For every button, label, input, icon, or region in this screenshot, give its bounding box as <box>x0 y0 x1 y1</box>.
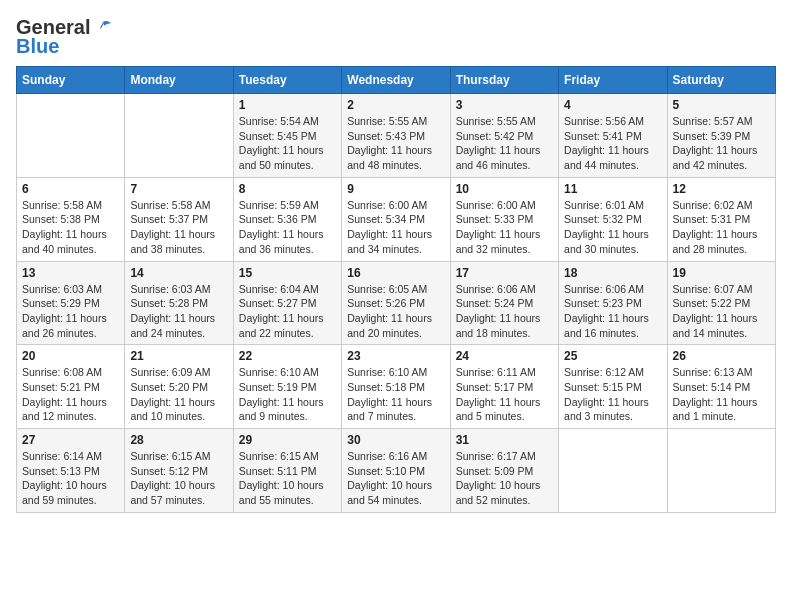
day-number: 19 <box>673 266 770 280</box>
day-number: 16 <box>347 266 444 280</box>
day-info: Sunrise: 6:15 AMSunset: 5:12 PMDaylight:… <box>130 449 227 508</box>
day-number: 21 <box>130 349 227 363</box>
day-number: 23 <box>347 349 444 363</box>
calendar-cell <box>559 429 667 513</box>
calendar-cell: 7 Sunrise: 5:58 AMSunset: 5:37 PMDayligh… <box>125 177 233 261</box>
weekday-header-friday: Friday <box>559 67 667 94</box>
day-info: Sunrise: 6:00 AMSunset: 5:34 PMDaylight:… <box>347 198 444 257</box>
day-number: 18 <box>564 266 661 280</box>
day-info: Sunrise: 5:58 AMSunset: 5:37 PMDaylight:… <box>130 198 227 257</box>
calendar-cell: 13 Sunrise: 6:03 AMSunset: 5:29 PMDaylig… <box>17 261 125 345</box>
calendar-cell: 1 Sunrise: 5:54 AMSunset: 5:45 PMDayligh… <box>233 94 341 178</box>
calendar-cell: 12 Sunrise: 6:02 AMSunset: 5:31 PMDaylig… <box>667 177 775 261</box>
calendar-cell: 22 Sunrise: 6:10 AMSunset: 5:19 PMDaylig… <box>233 345 341 429</box>
calendar-cell: 29 Sunrise: 6:15 AMSunset: 5:11 PMDaylig… <box>233 429 341 513</box>
day-info: Sunrise: 6:02 AMSunset: 5:31 PMDaylight:… <box>673 198 770 257</box>
day-info: Sunrise: 6:10 AMSunset: 5:19 PMDaylight:… <box>239 365 336 424</box>
calendar-cell <box>125 94 233 178</box>
day-info: Sunrise: 6:03 AMSunset: 5:28 PMDaylight:… <box>130 282 227 341</box>
day-number: 20 <box>22 349 119 363</box>
day-number: 3 <box>456 98 553 112</box>
calendar-cell: 21 Sunrise: 6:09 AMSunset: 5:20 PMDaylig… <box>125 345 233 429</box>
day-number: 22 <box>239 349 336 363</box>
day-number: 28 <box>130 433 227 447</box>
day-info: Sunrise: 5:54 AMSunset: 5:45 PMDaylight:… <box>239 114 336 173</box>
day-info: Sunrise: 6:00 AMSunset: 5:33 PMDaylight:… <box>456 198 553 257</box>
calendar-cell: 20 Sunrise: 6:08 AMSunset: 5:21 PMDaylig… <box>17 345 125 429</box>
day-info: Sunrise: 6:01 AMSunset: 5:32 PMDaylight:… <box>564 198 661 257</box>
day-info: Sunrise: 6:06 AMSunset: 5:23 PMDaylight:… <box>564 282 661 341</box>
calendar-cell: 23 Sunrise: 6:10 AMSunset: 5:18 PMDaylig… <box>342 345 450 429</box>
calendar-cell: 2 Sunrise: 5:55 AMSunset: 5:43 PMDayligh… <box>342 94 450 178</box>
day-info: Sunrise: 6:17 AMSunset: 5:09 PMDaylight:… <box>456 449 553 508</box>
calendar-cell: 27 Sunrise: 6:14 AMSunset: 5:13 PMDaylig… <box>17 429 125 513</box>
calendar-cell: 5 Sunrise: 5:57 AMSunset: 5:39 PMDayligh… <box>667 94 775 178</box>
calendar-cell <box>17 94 125 178</box>
day-number: 11 <box>564 182 661 196</box>
day-number: 12 <box>673 182 770 196</box>
day-number: 1 <box>239 98 336 112</box>
day-info: Sunrise: 6:11 AMSunset: 5:17 PMDaylight:… <box>456 365 553 424</box>
calendar-cell: 10 Sunrise: 6:00 AMSunset: 5:33 PMDaylig… <box>450 177 558 261</box>
calendar-cell <box>667 429 775 513</box>
calendar-cell: 6 Sunrise: 5:58 AMSunset: 5:38 PMDayligh… <box>17 177 125 261</box>
day-number: 13 <box>22 266 119 280</box>
day-info: Sunrise: 5:58 AMSunset: 5:38 PMDaylight:… <box>22 198 119 257</box>
day-number: 6 <box>22 182 119 196</box>
day-number: 15 <box>239 266 336 280</box>
logo-bird-icon <box>94 19 112 37</box>
weekday-header-thursday: Thursday <box>450 67 558 94</box>
weekday-header-tuesday: Tuesday <box>233 67 341 94</box>
day-number: 7 <box>130 182 227 196</box>
calendar-cell: 8 Sunrise: 5:59 AMSunset: 5:36 PMDayligh… <box>233 177 341 261</box>
calendar-cell: 30 Sunrise: 6:16 AMSunset: 5:10 PMDaylig… <box>342 429 450 513</box>
day-info: Sunrise: 6:09 AMSunset: 5:20 PMDaylight:… <box>130 365 227 424</box>
calendar-cell: 28 Sunrise: 6:15 AMSunset: 5:12 PMDaylig… <box>125 429 233 513</box>
day-number: 17 <box>456 266 553 280</box>
day-info: Sunrise: 5:56 AMSunset: 5:41 PMDaylight:… <box>564 114 661 173</box>
day-number: 5 <box>673 98 770 112</box>
calendar-cell: 25 Sunrise: 6:12 AMSunset: 5:15 PMDaylig… <box>559 345 667 429</box>
calendar-cell: 18 Sunrise: 6:06 AMSunset: 5:23 PMDaylig… <box>559 261 667 345</box>
day-info: Sunrise: 6:06 AMSunset: 5:24 PMDaylight:… <box>456 282 553 341</box>
day-number: 30 <box>347 433 444 447</box>
calendar-cell: 14 Sunrise: 6:03 AMSunset: 5:28 PMDaylig… <box>125 261 233 345</box>
weekday-header-sunday: Sunday <box>17 67 125 94</box>
day-info: Sunrise: 6:16 AMSunset: 5:10 PMDaylight:… <box>347 449 444 508</box>
calendar-cell: 16 Sunrise: 6:05 AMSunset: 5:26 PMDaylig… <box>342 261 450 345</box>
day-info: Sunrise: 6:08 AMSunset: 5:21 PMDaylight:… <box>22 365 119 424</box>
day-info: Sunrise: 6:07 AMSunset: 5:22 PMDaylight:… <box>673 282 770 341</box>
calendar-cell: 15 Sunrise: 6:04 AMSunset: 5:27 PMDaylig… <box>233 261 341 345</box>
calendar-cell: 26 Sunrise: 6:13 AMSunset: 5:14 PMDaylig… <box>667 345 775 429</box>
calendar-cell: 24 Sunrise: 6:11 AMSunset: 5:17 PMDaylig… <box>450 345 558 429</box>
day-number: 26 <box>673 349 770 363</box>
day-info: Sunrise: 6:04 AMSunset: 5:27 PMDaylight:… <box>239 282 336 341</box>
day-number: 27 <box>22 433 119 447</box>
day-info: Sunrise: 5:55 AMSunset: 5:42 PMDaylight:… <box>456 114 553 173</box>
calendar-cell: 11 Sunrise: 6:01 AMSunset: 5:32 PMDaylig… <box>559 177 667 261</box>
day-info: Sunrise: 6:10 AMSunset: 5:18 PMDaylight:… <box>347 365 444 424</box>
day-number: 14 <box>130 266 227 280</box>
weekday-header-wednesday: Wednesday <box>342 67 450 94</box>
day-number: 9 <box>347 182 444 196</box>
day-number: 29 <box>239 433 336 447</box>
day-info: Sunrise: 6:14 AMSunset: 5:13 PMDaylight:… <box>22 449 119 508</box>
day-number: 10 <box>456 182 553 196</box>
page-header: General Blue <box>16 16 776 58</box>
calendar-cell: 19 Sunrise: 6:07 AMSunset: 5:22 PMDaylig… <box>667 261 775 345</box>
day-info: Sunrise: 5:57 AMSunset: 5:39 PMDaylight:… <box>673 114 770 173</box>
weekday-header-saturday: Saturday <box>667 67 775 94</box>
calendar-cell: 9 Sunrise: 6:00 AMSunset: 5:34 PMDayligh… <box>342 177 450 261</box>
day-info: Sunrise: 6:05 AMSunset: 5:26 PMDaylight:… <box>347 282 444 341</box>
calendar-cell: 31 Sunrise: 6:17 AMSunset: 5:09 PMDaylig… <box>450 429 558 513</box>
weekday-header-monday: Monday <box>125 67 233 94</box>
day-info: Sunrise: 6:12 AMSunset: 5:15 PMDaylight:… <box>564 365 661 424</box>
day-number: 4 <box>564 98 661 112</box>
day-info: Sunrise: 6:13 AMSunset: 5:14 PMDaylight:… <box>673 365 770 424</box>
day-number: 25 <box>564 349 661 363</box>
day-info: Sunrise: 6:03 AMSunset: 5:29 PMDaylight:… <box>22 282 119 341</box>
day-info: Sunrise: 5:55 AMSunset: 5:43 PMDaylight:… <box>347 114 444 173</box>
day-info: Sunrise: 5:59 AMSunset: 5:36 PMDaylight:… <box>239 198 336 257</box>
logo: General Blue <box>16 16 112 58</box>
day-info: Sunrise: 6:15 AMSunset: 5:11 PMDaylight:… <box>239 449 336 508</box>
